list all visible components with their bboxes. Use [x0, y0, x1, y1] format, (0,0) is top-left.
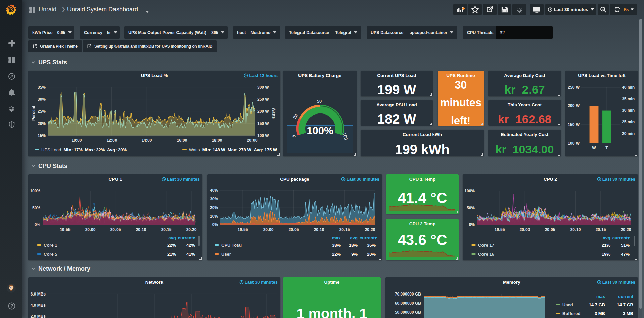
svg-text:100%: 100%: [307, 125, 333, 137]
svg-text:50: 50: [317, 99, 322, 104]
svg-text:20: 20: [292, 113, 299, 120]
